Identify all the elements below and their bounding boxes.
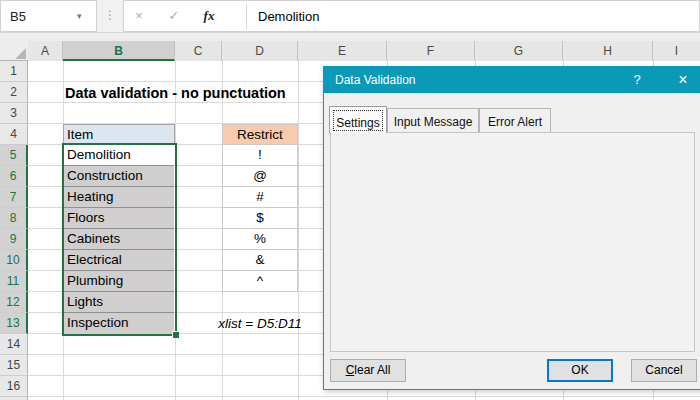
name-box-dropdown-icon[interactable]: ▾	[77, 1, 82, 32]
row-header-9[interactable]: 9	[0, 229, 28, 250]
column-header-A[interactable]: A	[28, 41, 63, 61]
formula-bar: B5 ▾ ⋮ × ✓ fx Demolition	[0, 0, 700, 33]
sheet-title-text: Data validation - no punctuation	[65, 85, 286, 101]
formula-bar-more-icon: ⋮	[97, 0, 123, 32]
cell-B6[interactable]: Construction	[64, 166, 174, 187]
row-header-5[interactable]: 5	[0, 145, 28, 166]
cell-D5[interactable]: !	[222, 145, 298, 166]
close-icon[interactable]: ×	[668, 67, 698, 93]
column-header-F[interactable]: F	[387, 41, 475, 61]
row-header-16[interactable]: 16	[0, 376, 28, 397]
clear-all-rest: lear All	[354, 363, 390, 377]
excel-window: B5 ▾ ⋮ × ✓ fx Demolition A B C D E F G H…	[0, 0, 700, 400]
cell-B4-item-header[interactable]: Item	[63, 124, 175, 145]
row-header-2[interactable]: 2	[0, 82, 28, 103]
tab-input-message[interactable]: Input Message	[387, 108, 479, 132]
cell-D8[interactable]: $	[222, 208, 298, 229]
column-header-H[interactable]: H	[563, 41, 653, 61]
settings-tab-page	[330, 132, 695, 352]
column-header-E[interactable]: E	[298, 41, 387, 61]
row-header-8[interactable]: 8	[0, 208, 28, 229]
row-header-14[interactable]: 14	[0, 334, 28, 355]
formula-bar-content[interactable]: Demolition	[258, 1, 319, 32]
formula-bar-divider	[246, 4, 247, 29]
column-header-B[interactable]: B	[63, 41, 175, 61]
cell-D4-restrict-header[interactable]: Restrict	[222, 124, 298, 145]
tab-settings[interactable]: Settings	[329, 106, 387, 133]
cancel-button[interactable]: Cancel	[631, 359, 697, 382]
row-header-11[interactable]: 11	[0, 271, 28, 292]
name-box-value: B5	[10, 1, 26, 32]
formula-input-area[interactable]: × ✓ fx Demolition	[123, 0, 700, 32]
row-header-4[interactable]: 4	[0, 124, 28, 145]
cell-D9[interactable]: %	[222, 229, 298, 250]
cell-B5[interactable]: Demolition	[64, 145, 174, 166]
fill-handle[interactable]	[172, 331, 179, 338]
row-header-12[interactable]: 12	[0, 292, 28, 313]
cell-B11[interactable]: Plumbing	[64, 271, 174, 292]
row-header-13[interactable]: 13	[0, 313, 28, 334]
row-header-6[interactable]: 6	[0, 166, 28, 187]
ok-button[interactable]: OK	[547, 359, 613, 382]
data-validation-dialog: Data Validation ? × Settings Input Messa…	[323, 66, 700, 390]
column-header-G[interactable]: G	[475, 41, 563, 61]
cell-B12[interactable]: Lights	[64, 292, 174, 313]
column-header-C[interactable]: C	[175, 41, 222, 61]
cell-B9[interactable]: Cabinets	[64, 229, 174, 250]
dialog-title: Data Validation	[335, 67, 416, 93]
row-header-7[interactable]: 7	[0, 187, 28, 208]
cell-D7[interactable]: #	[222, 187, 298, 208]
row-header-10[interactable]: 10	[0, 250, 28, 271]
xlist-note: xlist = D5:D11	[208, 316, 312, 331]
row-header-3[interactable]: 3	[0, 103, 28, 124]
column-header-I[interactable]: I	[653, 41, 700, 61]
cancel-entry-icon[interactable]: ×	[127, 1, 151, 31]
tab-settings-label: Settings	[330, 116, 386, 130]
cell-D11[interactable]: ^	[222, 271, 298, 292]
tab-error-alert-label: Error Alert	[480, 115, 550, 129]
cell-B8[interactable]: Floors	[64, 208, 174, 229]
cell-B10[interactable]: Electrical	[64, 250, 174, 271]
clear-all-mnemonic: C	[346, 363, 355, 377]
insert-function-icon[interactable]: fx	[197, 1, 221, 31]
enter-entry-icon[interactable]: ✓	[162, 1, 186, 31]
cell-B7[interactable]: Heating	[64, 187, 174, 208]
name-box[interactable]: B5 ▾	[0, 0, 97, 32]
cell-B13[interactable]: Inspection	[64, 313, 174, 334]
tab-error-alert[interactable]: Error Alert	[479, 108, 551, 132]
row-header-1[interactable]: 1	[0, 61, 28, 82]
help-icon[interactable]: ?	[625, 67, 649, 93]
column-header-D[interactable]: D	[222, 41, 298, 61]
clear-all-button[interactable]: Clear All	[330, 359, 406, 382]
cell-D10[interactable]: &	[222, 250, 298, 271]
tab-input-message-label: Input Message	[388, 115, 478, 129]
select-all-corner[interactable]	[15, 48, 26, 59]
row-header-15[interactable]: 15	[0, 355, 28, 376]
cell-D6[interactable]: @	[222, 166, 298, 187]
